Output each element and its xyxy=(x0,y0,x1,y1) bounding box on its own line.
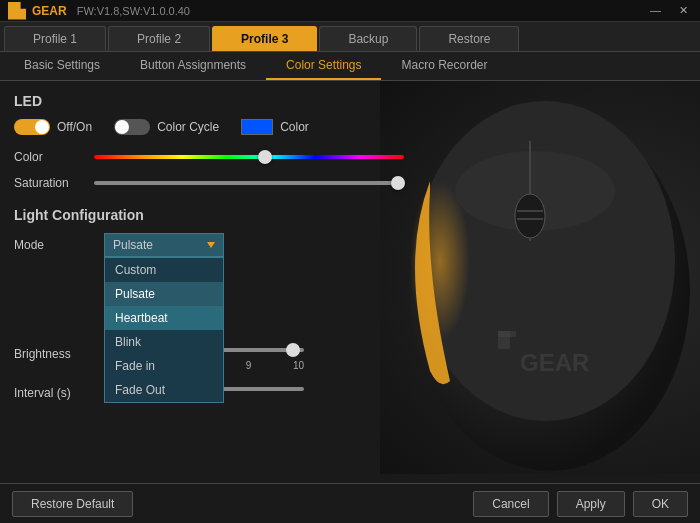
mode-dropdown[interactable]: Pulsate Custom Pulsate Heartbeat Blink F… xyxy=(104,233,224,257)
tab-backup[interactable]: Backup xyxy=(319,26,417,51)
color-swatch[interactable] xyxy=(241,119,273,135)
tab-profile-2[interactable]: Profile 2 xyxy=(108,26,210,51)
bottom-right-buttons: Cancel Apply OK xyxy=(473,491,688,517)
tab-restore[interactable]: Restore xyxy=(419,26,519,51)
color-option-label: Color xyxy=(280,120,309,134)
ok-button[interactable]: OK xyxy=(633,491,688,517)
title-bar-left: GEAR FW:V1.8,SW:V1.0.0.40 xyxy=(8,2,190,20)
dropdown-item-custom[interactable]: Custom xyxy=(105,258,223,282)
dropdown-item-fadein[interactable]: Fade in xyxy=(105,354,223,378)
fnatic-icon xyxy=(8,2,26,20)
dropdown-item-pulsate[interactable]: Pulsate xyxy=(105,282,223,306)
dropdown-item-heartbeat[interactable]: Heartbeat xyxy=(105,306,223,330)
brand-label: GEAR xyxy=(32,4,67,18)
dropdown-item-fadeout[interactable]: Fade Out xyxy=(105,378,223,402)
bottom-bar: Restore Default Cancel Apply OK xyxy=(0,483,700,523)
tick-10: 10 xyxy=(293,360,304,371)
tab-profile-1[interactable]: Profile 1 xyxy=(4,26,106,51)
sub-tabs: Basic Settings Button Assignments Color … xyxy=(0,52,700,81)
toggle-offon-label: Off/On xyxy=(57,120,92,134)
dropdown-item-blink[interactable]: Blink xyxy=(105,330,223,354)
mode-dropdown-menu[interactable]: Custom Pulsate Heartbeat Blink Fade in F… xyxy=(104,257,224,403)
main-content: GEAR LED Off/On Color Cycle Color xyxy=(0,81,700,474)
led-options: Off/On Color Cycle Color xyxy=(14,119,416,135)
color-option[interactable]: Color xyxy=(241,119,309,135)
toggle-offon[interactable]: Off/On xyxy=(14,119,92,135)
color-slider-container[interactable] xyxy=(94,149,404,165)
brightness-thumb[interactable] xyxy=(286,343,300,357)
settings-panel: LED Off/On Color Cycle Color Color xyxy=(0,81,430,474)
mode-dropdown-btn[interactable]: Pulsate xyxy=(104,233,224,257)
restore-default-button[interactable]: Restore Default xyxy=(12,491,133,517)
close-button[interactable]: ✕ xyxy=(675,3,692,18)
toggle-switch-colorcycle[interactable] xyxy=(114,119,150,135)
color-thumb[interactable] xyxy=(258,150,272,164)
tick-9: 9 xyxy=(246,360,252,371)
led-section-title: LED xyxy=(14,93,416,109)
title-bar: GEAR FW:V1.8,SW:V1.0.0.40 — ✕ xyxy=(0,0,700,22)
saturation-thumb[interactable] xyxy=(391,176,405,190)
brightness-label: Brightness xyxy=(14,342,94,361)
subtab-basic-settings[interactable]: Basic Settings xyxy=(4,52,120,80)
mode-label: Mode xyxy=(14,233,94,252)
subtab-macro-recorder[interactable]: Macro Recorder xyxy=(381,52,507,80)
interval-label: Interval (s) xyxy=(14,381,94,400)
title-bar-controls: — ✕ xyxy=(646,3,692,18)
color-slider-row: Color xyxy=(14,149,416,165)
color-slider-label: Color xyxy=(14,150,84,164)
toggle-switch-offon[interactable] xyxy=(14,119,50,135)
light-config-title: Light Configuration xyxy=(14,207,416,223)
svg-point-5 xyxy=(515,194,545,238)
minimize-button[interactable]: — xyxy=(646,3,665,18)
saturation-track xyxy=(94,181,404,185)
color-track xyxy=(94,155,404,159)
saturation-slider-row: Saturation xyxy=(14,175,416,191)
version-label: FW:V1.8,SW:V1.0.0.40 xyxy=(77,5,190,17)
svg-text:GEAR: GEAR xyxy=(520,349,589,376)
light-config-section: Light Configuration Mode Pulsate Custom … xyxy=(14,207,416,400)
mode-row: Mode Pulsate Custom Pulsate Heartbeat Bl… xyxy=(14,233,416,257)
subtab-button-assignments[interactable]: Button Assignments xyxy=(120,52,266,80)
mode-selected-value: Pulsate xyxy=(113,238,153,252)
subtab-color-settings[interactable]: Color Settings xyxy=(266,52,381,80)
saturation-slider-label: Saturation xyxy=(14,176,84,190)
apply-button[interactable]: Apply xyxy=(557,491,625,517)
profile-tabs: Profile 1 Profile 2 Profile 3 Backup Res… xyxy=(0,22,700,52)
svg-rect-10 xyxy=(498,331,516,337)
toggle-colorcycle[interactable]: Color Cycle xyxy=(114,119,219,135)
dropdown-arrow-icon xyxy=(207,242,215,248)
cancel-button[interactable]: Cancel xyxy=(473,491,548,517)
tab-profile-3[interactable]: Profile 3 xyxy=(212,26,317,51)
saturation-slider-container[interactable] xyxy=(94,175,404,191)
toggle-colorcycle-label: Color Cycle xyxy=(157,120,219,134)
